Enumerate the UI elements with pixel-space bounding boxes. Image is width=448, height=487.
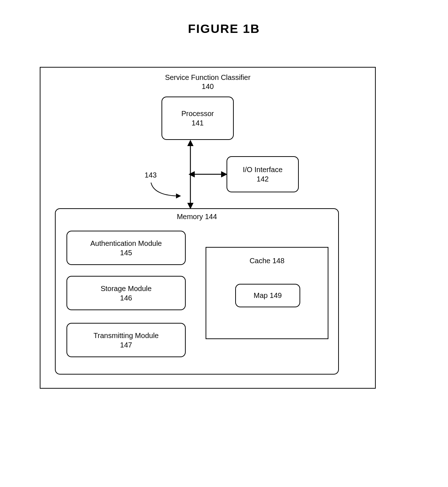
cache-label: Cache 148	[206, 257, 328, 265]
classifier-container: Service Function Classifier 140 Processo…	[40, 67, 376, 389]
storage-label: Storage Module	[100, 284, 151, 293]
storage-ref: 146	[120, 293, 132, 303]
memory-box: Memory 144 Authentication Module 145 Sto…	[55, 208, 339, 375]
figure-title: FIGURE 1B	[0, 22, 448, 36]
processor-ref: 141	[181, 118, 214, 128]
auth-label: Authentication Module	[90, 239, 162, 248]
processor-box: Processor 141	[161, 97, 234, 140]
bus-ref-label: 143	[140, 171, 161, 180]
storage-module-box: Storage Module 146	[66, 276, 186, 310]
cache-box: Cache 148 Map 149	[206, 247, 328, 339]
map-box: Map 149	[235, 284, 300, 307]
map-label: Map 149	[254, 291, 282, 300]
io-interface-box: I/O Interface 142	[227, 156, 299, 192]
io-ref: 142	[243, 174, 283, 184]
authentication-module-box: Authentication Module 145	[66, 231, 186, 265]
auth-ref: 145	[120, 248, 132, 257]
memory-label: Memory 144	[56, 213, 338, 221]
classifier-label: Service Function Classifier 140	[40, 73, 375, 91]
transmit-label: Transmitting Module	[94, 331, 159, 340]
classifier-ref: 140	[202, 82, 214, 90]
processor-label: Processor	[181, 109, 214, 118]
io-label: I/O Interface	[243, 165, 283, 174]
transmitting-module-box: Transmitting Module 147	[66, 323, 186, 357]
transmit-ref: 147	[120, 340, 132, 350]
classifier-title-text: Service Function Classifier	[165, 73, 251, 81]
